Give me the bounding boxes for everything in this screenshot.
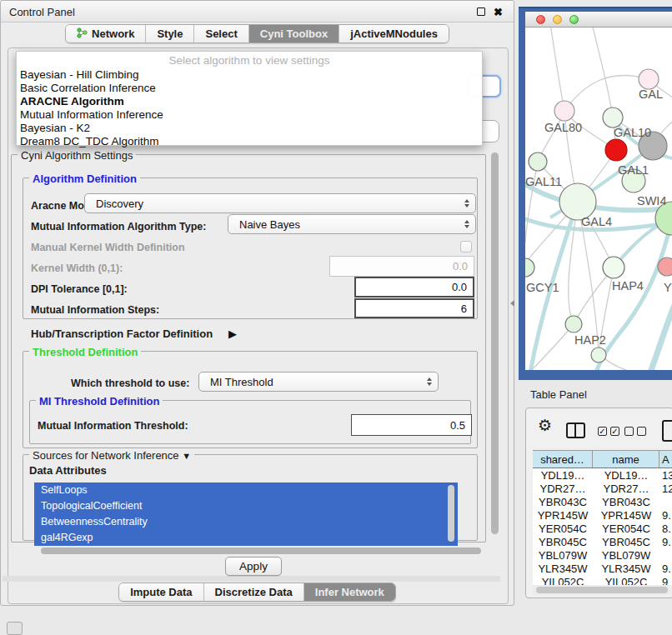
settings-vertical-scrollbar[interactable] [489,151,500,544]
expand-right-icon[interactable]: ▶ [228,328,237,340]
tab-infer-network[interactable]: Infer Network [304,583,395,601]
kernel-width-field[interactable]: 0.0 [329,256,474,277]
mi-type-combobox[interactable]: Naive Bayes [228,214,476,234]
threshold-definition-title: Threshold Definition [29,346,141,358]
data-attributes-list[interactable]: SelfLoops TopologicalCoefficient Between… [34,482,458,546]
table-horizontal-scrollbar[interactable] [533,585,672,595]
close-icon[interactable]: ✖ [494,6,503,18]
scrollbar-thumb[interactable] [536,587,668,593]
column-header[interactable]: A [659,451,672,468]
zoom-traffic-light-icon[interactable] [569,15,579,24]
menu-item[interactable]: Mutual Information Inference [20,108,479,122]
mi-threshold-field[interactable]: 0.5 [351,414,472,436]
network-icon [77,28,88,41]
algorithm-definition-title: Algorithm Definition [29,172,140,185]
control-panel-titlebar[interactable]: Control Panel ✖ [1,1,514,22]
panel-title: Control Panel [9,6,75,18]
which-threshold-combobox[interactable]: MI Threshold [198,372,439,392]
table-row[interactable]: YLR345WYLR345W9. [533,562,672,575]
menu-item[interactable]: Basic Correlation Inference [20,82,479,95]
manual-kernel-checkbox[interactable] [460,241,472,252]
popup-placeholder: Select algorithm to view settings [17,54,482,67]
combobox-arrows-icon [464,199,469,208]
split-columns-icon[interactable] [566,422,585,438]
node-label: GAL1 [618,163,649,177]
menu-item[interactable]: Dream8 DC_TDC Algorithm [20,135,479,148]
list-item[interactable]: BetweennessCentrality [34,514,458,530]
combobox-value: Naive Bayes [239,218,300,231]
mi-steps-field[interactable]: 6 [354,298,474,318]
close-traffic-light-icon[interactable] [536,15,545,24]
node-label: GAL80 [544,121,582,134]
collapse-down-icon[interactable]: ▼ [182,451,191,461]
apply-button[interactable]: Apply [225,557,282,576]
unchecked-checkbox-icon[interactable] [624,427,634,436]
menu-item[interactable]: Bayesian - Hill Climbing [20,68,479,82]
collapsed-panel-button[interactable] [7,622,23,635]
table-row[interactable]: YIL052CYIL052C9 [533,575,672,585]
node-label: GAL [639,88,663,101]
menu-item[interactable]: Bayesian - K2 [20,122,479,135]
table-row[interactable]: YBL079WYBL079W [533,548,672,562]
scrollbar-thumb[interactable] [491,152,499,534]
list-scrollbar[interactable] [448,485,454,542]
algorithm-dropdown-popup: Select algorithm to view settings Bayesi… [16,51,483,146]
tab-cyni-toolbox[interactable]: Cyni Toolbox [249,25,339,42]
menu-item-highlighted[interactable]: ARACNE Algorithm [20,95,479,108]
node-label: HAP4 [612,279,644,292]
mi-steps-label: Mutual Information Steps: [31,304,159,316]
which-threshold-label: Which threshold to use: [71,378,189,389]
network-canvas[interactable]: GAL GAL80 GAL10 GAL1 GAL11 GAL4 SWI4 GCY… [525,28,672,370]
combobox-arrows-icon [464,220,469,228]
combobox-value: MI Threshold [210,376,273,388]
table-row[interactable]: YDR27…YDR27…12 [533,482,672,495]
control-panel-window: Control Panel ✖ Network Style [0,0,514,606]
panel-icon[interactable] [662,420,672,442]
network-view-window: GAL GAL80 GAL10 GAL1 GAL11 GAL4 SWI4 GCY… [525,12,672,370]
column-header[interactable]: name [593,451,659,468]
aracne-mode-combobox[interactable]: Discovery [84,193,476,213]
node-table[interactable]: shared… name A YDL19…YDL19…13 YDR27…YDR2… [533,450,672,585]
tab-impute-data[interactable]: Impute Data [119,583,203,601]
node-label: HAP2 [574,333,606,347]
table-row[interactable]: YBR045CYBR045C9. [533,535,672,548]
table-panel: ⚙ ✓ ✓ shared… name A YDL19…YDL19…13 YDR2… [525,408,672,598]
table-row[interactable]: YBR043CYBR043C [533,495,672,508]
node-label: GAL11 [525,175,562,188]
scrollbar-thumb[interactable] [41,548,481,554]
tab-jactivemnodules[interactable]: jActiveMNodules [339,25,449,42]
combobox-arrows-icon [427,378,432,386]
checked-checkbox-icon[interactable]: ✓ [610,427,619,436]
list-item[interactable]: gal4RGexp [34,530,458,546]
node-label: GAL10 [614,126,651,139]
list-item[interactable]: TopologicalCoefficient [34,498,458,514]
column-header[interactable]: shared… [533,451,593,468]
sources-title: Sources for Network Inference ▼ [29,449,194,462]
bottom-tab-bar: Impute Data Discretize Data Infer Networ… [1,582,514,602]
data-attributes-label: Data Attributes [29,464,107,477]
tab-discretize-data[interactable]: Discretize Data [204,583,304,601]
tab-select[interactable]: Select [194,25,248,42]
checked-checkbox-icon[interactable]: ✓ [598,427,607,436]
float-window-icon[interactable] [477,8,485,16]
table-row[interactable]: YPR145WYPR145W9. [533,508,672,522]
node-label: GAL4 [581,215,612,228]
gear-icon[interactable]: ⚙ [538,418,552,433]
network-window-titlebar[interactable] [525,12,672,28]
group-title: Cyni Algorithm Settings [18,149,136,162]
tab-style[interactable]: Style [146,25,194,42]
manual-kernel-label: Manual Kernel Width Definition [31,242,185,253]
minimize-traffic-light-icon[interactable] [553,15,562,24]
mi-threshold-group-title: MI Threshold Definition [36,395,163,408]
mi-threshold-label: Mutual Information Threshold: [38,420,188,432]
settings-horizontal-scrollbar[interactable] [13,546,488,556]
dpi-tolerance-field[interactable]: 0.0 [354,277,474,298]
table-row[interactable]: YER054CYER054C8. [533,522,672,535]
list-item[interactable]: SelfLoops [34,482,458,498]
table-panel-title: Table Panel [530,388,587,401]
table-header-row: shared… name A [533,451,672,468]
unchecked-checkbox-icon[interactable] [637,427,646,436]
table-row[interactable]: YDL19…YDL19…13 [533,468,672,482]
tab-network[interactable]: Network [66,25,146,42]
splitter-collapse-icon[interactable] [510,300,514,307]
